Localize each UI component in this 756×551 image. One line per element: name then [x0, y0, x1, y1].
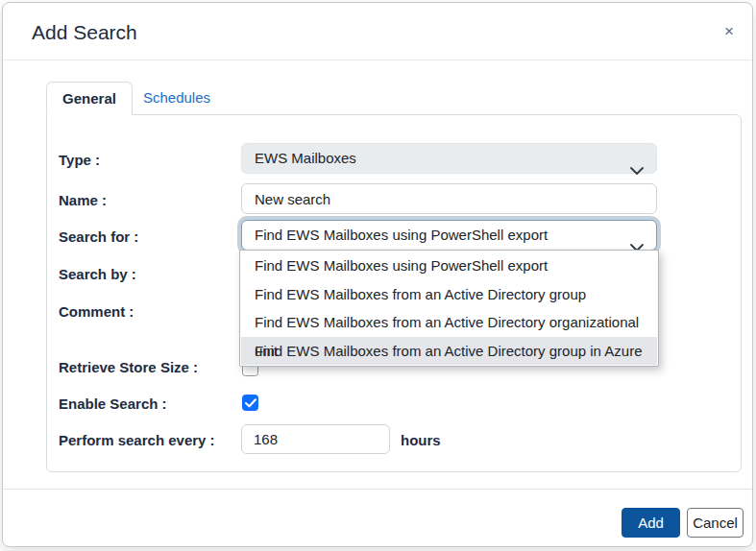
- search-for-dropdown-list: Find EWS Mailboxes using PowerShell expo…: [239, 250, 659, 367]
- name-label: Name :: [59, 191, 107, 210]
- perform-search-every-input[interactable]: [241, 424, 390, 454]
- checkmark-icon: [245, 395, 256, 412]
- dropdown-option-highlighted[interactable]: Find EWS Mailboxes from an Active Direct…: [241, 337, 657, 366]
- chevron-down-icon: [630, 156, 644, 184]
- retrieve-store-size-label: Retrieve Store Size :: [59, 358, 198, 377]
- add-button[interactable]: Add: [622, 508, 680, 538]
- screen: Add Search × General Schedules Type : Na…: [0, 0, 756, 551]
- add-search-dialog: Add Search × General Schedules Type : Na…: [2, 2, 753, 547]
- close-icon[interactable]: ×: [718, 20, 741, 43]
- hours-unit-label: hours: [401, 431, 441, 450]
- search-by-label: Search by :: [59, 265, 136, 284]
- name-input[interactable]: [241, 183, 657, 214]
- enable-search-checkbox[interactable]: [242, 395, 258, 411]
- comment-label: Comment :: [59, 302, 134, 322]
- dropdown-option[interactable]: Find EWS Mailboxes from an Active Direct…: [241, 280, 657, 309]
- type-select[interactable]: EWS Mailboxes: [241, 143, 657, 174]
- search-for-select-value: Find EWS Mailboxes using PowerShell expo…: [255, 227, 548, 243]
- perform-search-every-label: Perform search every :: [59, 431, 215, 450]
- enable-search-label: Enable Search :: [59, 395, 167, 414]
- type-label: Type :: [59, 151, 100, 170]
- type-select-value: EWS Mailboxes: [255, 150, 356, 166]
- dialog-title: Add Search: [32, 21, 137, 44]
- tab-general[interactable]: General: [46, 82, 133, 115]
- search-for-label: Search for :: [59, 228, 138, 247]
- footer-divider: [3, 489, 752, 490]
- dropdown-option[interactable]: Find EWS Mailboxes using PowerShell expo…: [241, 252, 657, 280]
- tab-schedules[interactable]: Schedules: [133, 82, 221, 115]
- cancel-button[interactable]: Cancel: [687, 508, 744, 538]
- search-for-select[interactable]: Find EWS Mailboxes using PowerShell expo…: [241, 220, 657, 251]
- dropdown-option[interactable]: Find EWS Mailboxes from an Active Direct…: [241, 308, 657, 337]
- header-divider: [3, 60, 752, 60]
